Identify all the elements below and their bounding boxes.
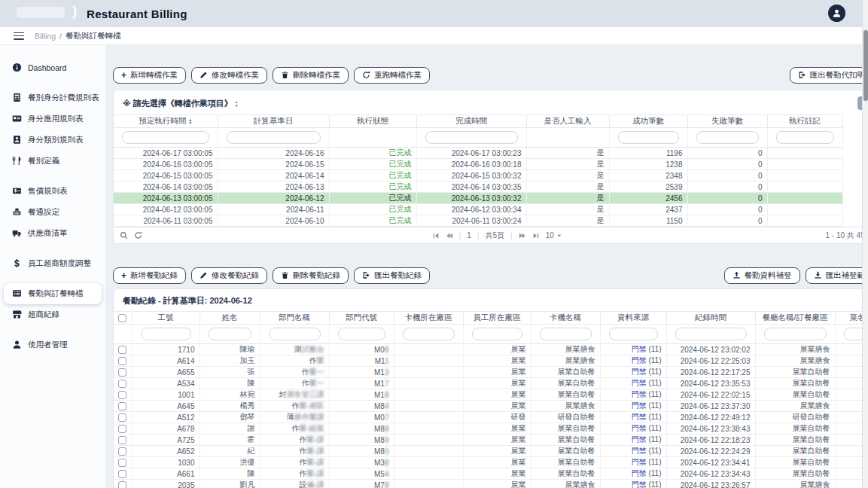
source-link[interactable]: 門禁 bbox=[632, 413, 647, 421]
table-row[interactable]: A652紀作業-課M80展業展業自助餐門禁 (11)2024-06-12 22:… bbox=[114, 446, 868, 457]
row-checkbox[interactable] bbox=[118, 391, 126, 399]
column-header[interactable]: 資料來源 bbox=[600, 312, 666, 325]
column-header[interactable]: 部門代號 bbox=[329, 312, 394, 325]
row-checkbox[interactable] bbox=[118, 481, 126, 488]
column-header[interactable]: 成功筆數 bbox=[609, 115, 687, 128]
hamburger-menu-icon[interactable] bbox=[14, 32, 24, 40]
table-row[interactable]: 2024-06-12 03:00:052024-06-11已完成2024-06-… bbox=[114, 204, 842, 215]
row-checkbox[interactable] bbox=[118, 380, 126, 388]
source-link[interactable]: 門禁 bbox=[632, 401, 647, 410]
filter-input[interactable] bbox=[209, 328, 251, 340]
table-row[interactable]: A725霍作業-課M89展業展業自助餐門禁 (11)2024-06-12 22:… bbox=[114, 435, 868, 446]
filter-input[interactable] bbox=[472, 328, 522, 340]
row-checkbox[interactable] bbox=[118, 357, 126, 365]
table-row[interactable]: A655張作業一M13展業展業自助餐門禁 (11)2024-06-12 22:1… bbox=[114, 367, 868, 378]
sort-icon[interactable]: ▲▼ bbox=[188, 118, 192, 124]
table-row[interactable]: 2024-06-17 03:00:052024-06-16已完成2024-06-… bbox=[114, 148, 842, 159]
sidebar-item-meal-definition[interactable]: 餐別定義 bbox=[0, 151, 105, 172]
table-row[interactable]: 1030洪優作業-課M38展業展業自助餐門禁 (11)2024-06-12 23… bbox=[114, 457, 868, 468]
last-page-icon[interactable] bbox=[532, 232, 540, 239]
row-checkbox[interactable] bbox=[118, 459, 126, 467]
current-page[interactable]: 1 bbox=[467, 231, 471, 239]
export-record-button[interactable]: 匯出餐勤紀錄 bbox=[354, 267, 430, 284]
next-page-icon[interactable] bbox=[519, 232, 526, 239]
window-scrollbar[interactable] bbox=[862, 0, 868, 488]
column-header[interactable]: 計算基準日 bbox=[218, 115, 329, 128]
table-row[interactable]: 2024-06-14 03:00:052024-06-13已完成2024-06-… bbox=[114, 181, 842, 193]
table-row[interactable]: A614加玉作業M11展業展業膳食門禁 (11)2024-06-12 22:25… bbox=[114, 355, 868, 367]
sidebar-item-identity-apply-rules[interactable]: 身分應用規則表 bbox=[0, 108, 105, 130]
column-header[interactable]: 執行狀態 bbox=[329, 115, 416, 128]
source-link[interactable]: 門禁 bbox=[632, 435, 647, 444]
row-checkbox[interactable] bbox=[118, 413, 126, 422]
sidebar-item-user-management[interactable]: 使用者管理 bbox=[0, 334, 105, 355]
source-link[interactable]: 門禁 bbox=[632, 368, 647, 376]
column-header[interactable]: 卡機名稱 bbox=[531, 312, 600, 325]
add-record-button[interactable]: +新增餐勤紀錄 bbox=[113, 267, 186, 284]
sidebar-item-meal-identity-billing-rules[interactable]: 餐別身分計費規則表 bbox=[0, 87, 105, 108]
row-checkbox[interactable] bbox=[118, 346, 126, 354]
source-link[interactable]: 門禁 bbox=[632, 379, 647, 387]
table-row[interactable]: 2024-06-15 03:00:052024-06-14已完成2024-06-… bbox=[114, 170, 842, 181]
filter-input[interactable] bbox=[764, 328, 827, 340]
source-link[interactable]: 門禁 bbox=[632, 356, 647, 364]
column-header[interactable]: 執行註記 bbox=[767, 115, 842, 128]
filter-input[interactable] bbox=[122, 131, 209, 144]
upload-supplement-button[interactable]: 餐勤資料補登 bbox=[724, 267, 800, 284]
filter-input[interactable] bbox=[227, 131, 321, 144]
column-header[interactable]: 工號 bbox=[132, 312, 199, 325]
source-link[interactable]: 門禁 bbox=[632, 447, 647, 455]
table-row[interactable]: A661陳作業-課M54展業展業自助餐門禁 (11)2024-06-12 23:… bbox=[114, 468, 868, 480]
window-scrollbar-thumb[interactable] bbox=[863, 30, 868, 101]
breadcrumb-section[interactable]: Billing bbox=[35, 32, 56, 41]
filter-input[interactable] bbox=[696, 131, 759, 144]
column-header[interactable]: 預定執行時間▲▼ bbox=[114, 115, 218, 128]
table-row[interactable]: A645楊秀作業-資區M84展業展業膳食門禁 (11)2024-06-12 23… bbox=[114, 401, 868, 412]
row-checkbox[interactable] bbox=[118, 402, 126, 410]
page-size-select[interactable]: 10 bbox=[546, 231, 562, 239]
table-row[interactable]: A512鄧琴薄膜作業課M07研發研發自助餐門禁 (11)2024-06-12 2… bbox=[114, 412, 868, 423]
sidebar-item-meal-attendance-transfer[interactable]: 餐勤與訂餐轉檔 bbox=[4, 283, 102, 304]
filter-input[interactable] bbox=[675, 328, 747, 340]
source-link[interactable]: 門禁 bbox=[632, 424, 647, 432]
filter-input[interactable] bbox=[609, 328, 658, 340]
column-header[interactable]: 失敗筆數 bbox=[687, 115, 767, 128]
filter-input[interactable] bbox=[618, 131, 679, 144]
search-icon[interactable] bbox=[120, 231, 128, 239]
sidebar-item-meal-pass-settings[interactable]: 餐通設定 bbox=[0, 202, 105, 223]
filter-input[interactable] bbox=[403, 328, 455, 340]
delete-job-button[interactable]: 刪除轉檔作業 bbox=[273, 67, 349, 84]
table-row[interactable]: A678謝作業-組裝M88展業展業自助餐門禁 (11)2024-06-12 23… bbox=[114, 423, 868, 435]
reload-icon[interactable] bbox=[134, 231, 142, 239]
table-row[interactable]: 2035劉凡設備-課M78展業展業膳食門禁 (11)2024-06-12 23:… bbox=[114, 480, 868, 488]
filter-input[interactable] bbox=[338, 328, 385, 340]
delete-record-button[interactable]: 刪除餐勤紀錄 bbox=[273, 267, 349, 284]
source-link[interactable]: 門禁 bbox=[632, 345, 647, 353]
row-checkbox[interactable] bbox=[118, 470, 126, 478]
filter-input[interactable] bbox=[425, 131, 518, 144]
column-header[interactable]: 員工所在廠區 bbox=[463, 312, 531, 325]
column-header[interactable]: 部門名稱 bbox=[260, 312, 329, 325]
row-checkbox[interactable] bbox=[118, 447, 126, 456]
table-row[interactable]: A534陳作業一M17展業展業自助餐門禁 (11)2024-06-12 23:3… bbox=[114, 378, 868, 389]
add-job-button[interactable]: +新增轉檔作業 bbox=[113, 67, 186, 84]
source-link[interactable]: 門禁 bbox=[632, 469, 647, 477]
user-avatar[interactable] bbox=[828, 5, 845, 22]
filter-input[interactable] bbox=[540, 328, 592, 340]
column-header[interactable]: 是否人工輸入 bbox=[526, 115, 609, 128]
column-header[interactable]: 完成時間 bbox=[416, 115, 526, 128]
edit-record-button[interactable]: 修改餐勤紀錄 bbox=[191, 267, 267, 284]
source-link[interactable]: 門禁 bbox=[632, 390, 647, 398]
sidebar-item-price-rules[interactable]: 售價規則表 bbox=[0, 181, 105, 202]
prev-page-icon[interactable] bbox=[446, 232, 453, 239]
rerun-job-button[interactable]: 重跑轉檔作業 bbox=[354, 67, 430, 84]
row-checkbox[interactable] bbox=[118, 368, 126, 377]
filter-input[interactable] bbox=[269, 328, 321, 340]
export-template-button[interactable]: 匯出補登範本 bbox=[806, 267, 868, 284]
sidebar-item-store-records[interactable]: 超商紀錄 bbox=[0, 304, 105, 325]
column-header[interactable]: 卡機所在廠區 bbox=[394, 312, 463, 325]
table-row[interactable]: 1001林宛封測生管三課M18展業展業自助餐門禁 (11)2024-06-12 … bbox=[114, 389, 868, 401]
select-all-checkbox[interactable] bbox=[118, 314, 126, 322]
table-row[interactable]: 2024-06-16 03:00:052024-06-15已完成2024-06-… bbox=[114, 159, 842, 170]
edit-job-button[interactable]: 修改轉檔作業 bbox=[191, 67, 267, 84]
